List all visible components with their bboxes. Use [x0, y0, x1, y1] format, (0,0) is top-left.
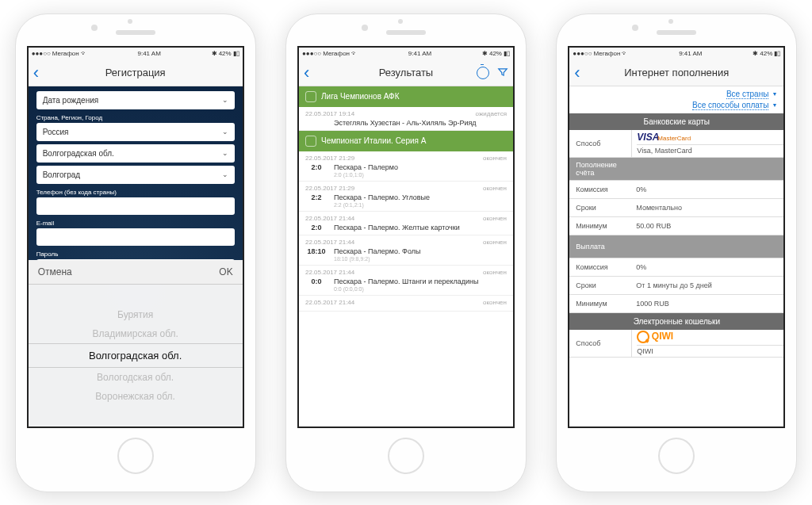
- match-status: ожидается: [476, 110, 507, 117]
- picker-item[interactable]: Бурятия: [113, 305, 157, 324]
- match-score: 2:2: [305, 193, 327, 201]
- home-button[interactable]: [117, 438, 154, 474]
- match-row[interactable]: 22.05.2017 19:14ожидаетсяЭстегляль Хузес…: [299, 107, 513, 131]
- country-select[interactable]: Россия⌄: [36, 123, 235, 141]
- back-icon[interactable]: ‹: [33, 63, 39, 83]
- sport-icon: [305, 136, 316, 147]
- row-label: Способ: [569, 339, 631, 347]
- league-name: Лига Чемпионов АФК: [321, 92, 400, 101]
- match-status: окончен: [483, 215, 507, 222]
- status-bar: ●●●○○ Мегафон ᯤ 9:41 AM ✱ 42% ▮▯: [299, 48, 513, 60]
- battery-label: 42%: [219, 50, 232, 57]
- match-score: 18:10: [305, 247, 327, 255]
- picker-cancel[interactable]: Отмена: [38, 266, 72, 277]
- filter-countries[interactable]: Все страны▼: [726, 90, 777, 99]
- row-value: 50.00 RUB: [631, 222, 783, 230]
- phone-input[interactable]: [36, 197, 235, 215]
- filter-icon[interactable]: [497, 67, 508, 79]
- match-row[interactable]: 22.05.2017 21:44окончен2:0Пескара - Пале…: [299, 212, 513, 235]
- phone-registration: ●●●○○ Мегафон ᯤ 9:41 AM ✱ 42% ▮▯ ‹ Регис…: [15, 13, 256, 492]
- page-title: Результаты: [379, 67, 433, 78]
- email-label: E-mail: [36, 220, 235, 227]
- region-select[interactable]: Волгоградская обл.⌄: [36, 144, 235, 163]
- match-detail: 18:10 (9:8,9:2): [334, 256, 507, 262]
- picker-wheel[interactable]: Бурятия Владимирская обл. Волгоградская …: [29, 285, 243, 427]
- row-value: От 1 минуты до 5 дней: [631, 281, 783, 289]
- row-value: 0%: [631, 263, 783, 271]
- match-detail: 2:0 (1:0,1:0): [334, 172, 507, 178]
- match-teams: Пескара - Палермо. Фолы: [334, 247, 420, 255]
- match-detail: 0:0 (0:0,0:0): [334, 286, 507, 292]
- row-label: Способ: [569, 140, 631, 147]
- status-bar: ●●●○○ Мегафон ᯤ 9:41 AM ✱ 42% ▮▯: [29, 48, 243, 60]
- picker-item[interactable]: Воронежская обл.: [91, 387, 179, 406]
- back-icon[interactable]: ‹: [304, 63, 309, 83]
- league-header[interactable]: Лига Чемпионов АФК: [299, 86, 513, 107]
- city-select[interactable]: Волгоград⌄: [36, 166, 235, 184]
- time-label: 9:41 AM: [137, 50, 160, 57]
- match-teams: Пескара - Палермо. Желтые карточки: [334, 224, 460, 231]
- status-bar: ●●●○○ Мегафон ᯤ 9:41 AM ✱ 42% ▮▯: [569, 48, 783, 60]
- method-value: Visa, MasterCard: [637, 144, 783, 155]
- region-picker: Отмена OK Бурятия Владимирская обл. Волг…: [29, 260, 243, 427]
- results-list[interactable]: Лига Чемпионов АФК22.05.2017 19:14ожидае…: [299, 86, 513, 427]
- password-label: Пароль: [36, 251, 235, 258]
- dob-select[interactable]: Дата рождения⌄: [36, 91, 235, 109]
- match-status: окончен: [483, 269, 507, 276]
- row-label: Сроки: [569, 281, 631, 289]
- match-teams: Пескара - Палермо. Штанги и перекладины: [334, 277, 479, 285]
- match-teams: Эстегляль Хузестан - Аль-Хиляль Эр-Рияд: [334, 119, 477, 127]
- page-title: Интернет пополнения: [624, 67, 729, 78]
- match-time: 22.05.2017 21:44: [305, 239, 354, 246]
- match-score: 2:0: [305, 163, 327, 171]
- phone-label: Телефон (без кода страны): [36, 189, 235, 196]
- picker-item-selected[interactable]: Волгоградская обл.: [27, 343, 244, 368]
- match-score: 0:0: [305, 277, 327, 285]
- row-value: 1000 RUB: [631, 300, 783, 308]
- sport-icon: [305, 91, 316, 102]
- home-button[interactable]: [658, 438, 695, 474]
- section-wallets: Электронные кошельки: [569, 313, 783, 330]
- row-label: Комиссия: [569, 263, 631, 271]
- region-section-label: Страна, Регион, Город: [36, 114, 235, 121]
- match-status: окончен: [483, 299, 507, 306]
- match-teams: Пескара - Палермо. Угловые: [334, 193, 430, 201]
- row-label: Минимум: [569, 222, 631, 230]
- qiwi-logo: QIWI: [637, 331, 783, 344]
- email-input[interactable]: [36, 228, 235, 246]
- match-row[interactable]: 22.05.2017 21:29окончен2:2Пескара - Пале…: [299, 182, 513, 212]
- match-row[interactable]: 22.05.2017 21:44окончен18:10Пескара - Па…: [299, 235, 513, 266]
- league-header[interactable]: Чемпионат Италии. Серия А: [299, 131, 513, 151]
- match-time: 22.05.2017 21:44: [305, 215, 354, 222]
- carrier-label: Мегафон: [52, 50, 79, 57]
- match-status: окончен: [483, 155, 507, 162]
- match-time: 22.05.2017 21:44: [305, 299, 354, 306]
- match-score: 2:0: [305, 224, 327, 231]
- subsection-topup: Пополнение счёта: [569, 161, 631, 177]
- back-icon[interactable]: ‹: [574, 63, 580, 83]
- picker-item[interactable]: Вологодская обл.: [93, 368, 178, 387]
- match-time: 22.05.2017 19:14: [305, 110, 354, 117]
- row-label: Сроки: [569, 204, 631, 212]
- match-detail: 2:2 (0:1,2:1): [334, 202, 507, 208]
- home-button[interactable]: [388, 438, 424, 474]
- navbar: ‹ Регистрация: [29, 60, 243, 86]
- match-time: 22.05.2017 21:44: [305, 269, 354, 276]
- match-time: 22.05.2017 21:29: [305, 185, 354, 192]
- phone-payments: ●●●○○ Мегафон ᯤ 9:41 AM ✱ 42% ▮▯ ‹ Интер…: [556, 13, 797, 492]
- phone-results: ●●●○○ Мегафон ᯤ 9:41 AM ✱ 42% ▮▯ ‹ Резул…: [285, 13, 527, 492]
- picker-ok[interactable]: OK: [219, 266, 232, 277]
- match-status: окончен: [483, 185, 507, 192]
- picker-item[interactable]: Владимирская обл.: [88, 324, 182, 343]
- subsection-payout: Выплата: [569, 243, 631, 251]
- section-cards: Банковские карты: [569, 113, 783, 130]
- visa-mastercard-logo: VISAMasterCard: [637, 132, 783, 143]
- filter-methods[interactable]: Все способы оплаты▼: [692, 101, 777, 110]
- row-value: Моментально: [631, 204, 783, 212]
- match-row[interactable]: 22.05.2017 21:44окончен0:0Пескара - Пале…: [299, 266, 513, 296]
- match-time: 22.05.2017 21:29: [305, 155, 354, 162]
- match-row[interactable]: 22.05.2017 21:44окончен: [299, 296, 513, 312]
- timer-icon[interactable]: [477, 67, 489, 79]
- match-teams: Пескара - Палермо: [334, 163, 398, 171]
- match-row[interactable]: 22.05.2017 21:29окончен2:0Пескара - Пале…: [299, 151, 513, 182]
